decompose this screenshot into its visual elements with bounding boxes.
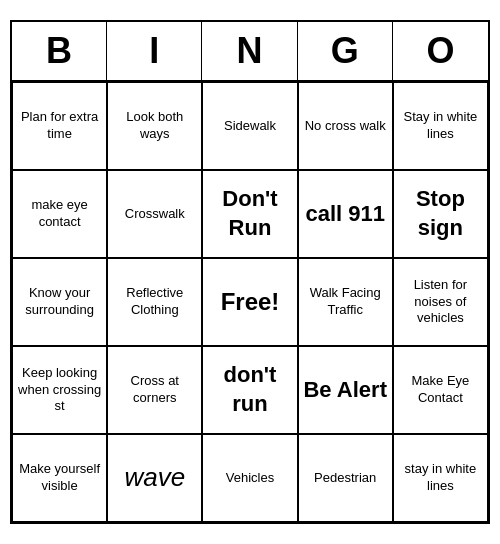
bingo-cell-1[interactable]: Look both ways	[107, 82, 202, 170]
bingo-cell-14[interactable]: Listen for noises of vehicles	[393, 258, 488, 346]
bingo-cell-22[interactable]: Vehicles	[202, 434, 297, 522]
bingo-cell-13[interactable]: Walk Facing Traffic	[298, 258, 393, 346]
header-b: B	[12, 22, 107, 80]
bingo-cell-7[interactable]: Don't Run	[202, 170, 297, 258]
bingo-grid: Plan for extra timeLook both waysSidewal…	[12, 82, 488, 522]
bingo-cell-18[interactable]: Be Alert	[298, 346, 393, 434]
bingo-cell-23[interactable]: Pedestrian	[298, 434, 393, 522]
bingo-cell-6[interactable]: Crosswalk	[107, 170, 202, 258]
bingo-cell-9[interactable]: Stop sign	[393, 170, 488, 258]
bingo-cell-16[interactable]: Cross at corners	[107, 346, 202, 434]
bingo-cell-19[interactable]: Make Eye Contact	[393, 346, 488, 434]
bingo-cell-10[interactable]: Know your surrounding	[12, 258, 107, 346]
bingo-cell-24[interactable]: stay in white lines	[393, 434, 488, 522]
bingo-cell-2[interactable]: Sidewalk	[202, 82, 297, 170]
header-g: G	[298, 22, 393, 80]
bingo-cell-15[interactable]: Keep looking when crossing st	[12, 346, 107, 434]
bingo-cell-12[interactable]: Free!	[202, 258, 297, 346]
bingo-header: B I N G O	[12, 22, 488, 82]
bingo-cell-17[interactable]: don't run	[202, 346, 297, 434]
bingo-cell-21[interactable]: wave	[107, 434, 202, 522]
bingo-card: B I N G O Plan for extra timeLook both w…	[10, 20, 490, 524]
bingo-cell-5[interactable]: make eye contact	[12, 170, 107, 258]
header-n: N	[202, 22, 297, 80]
header-o: O	[393, 22, 488, 80]
bingo-cell-20[interactable]: Make yourself visible	[12, 434, 107, 522]
bingo-cell-11[interactable]: Reflective Clothing	[107, 258, 202, 346]
bingo-cell-3[interactable]: No cross walk	[298, 82, 393, 170]
bingo-cell-4[interactable]: Stay in white lines	[393, 82, 488, 170]
header-i: I	[107, 22, 202, 80]
bingo-cell-0[interactable]: Plan for extra time	[12, 82, 107, 170]
bingo-cell-8[interactable]: call 911	[298, 170, 393, 258]
